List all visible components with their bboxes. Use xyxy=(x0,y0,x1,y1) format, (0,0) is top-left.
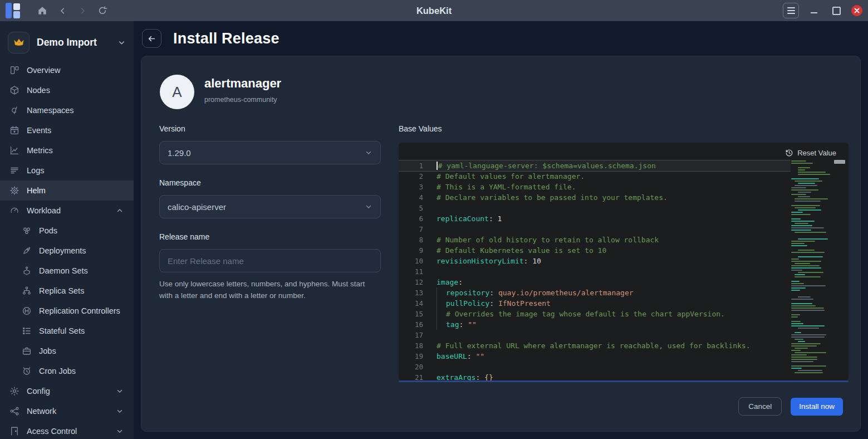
config-icon xyxy=(9,386,19,397)
sidebar-item-logs[interactable]: Logs xyxy=(0,160,134,181)
app-logo-icon xyxy=(6,3,21,18)
code-line: 12image: xyxy=(399,277,791,287)
editor-scrollbar[interactable] xyxy=(833,158,846,378)
sidebar-item-label: Events xyxy=(27,126,51,135)
sidebar-item-label: Pods xyxy=(39,226,57,235)
overview-icon xyxy=(9,65,19,76)
sidebar-item-overview[interactable]: Overview xyxy=(0,60,134,80)
back-button[interactable] xyxy=(142,29,161,48)
chevron-up-icon xyxy=(116,207,124,214)
cancel-button[interactable]: Cancel xyxy=(738,397,782,416)
code-line: 2# Default values for alertmanager. xyxy=(399,171,791,182)
workspace-name: Demo Import xyxy=(37,37,97,48)
install-form: Version 1.29.0 Namespace calico-apiserve… xyxy=(159,124,381,302)
namespace-select[interactable]: calico-apiserver xyxy=(159,195,381,218)
namespaces-icon xyxy=(9,105,19,116)
back-icon[interactable] xyxy=(55,3,70,18)
sidebar-item-nodes[interactable]: Nodes xyxy=(0,80,134,100)
sidebar-item-replication-controllers[interactable]: Replication Controllers xyxy=(0,301,134,321)
code-line: 20 xyxy=(399,362,791,372)
base-values-label: Base Values xyxy=(399,124,442,133)
sidebar-item-deployments[interactable]: Deployments xyxy=(0,241,134,261)
card-footer: Cancel Install now xyxy=(738,397,843,416)
code-line: 10revisionHistoryLimit: 10 xyxy=(399,256,791,266)
code-line: 13repository: quay.io/prometheus/alertma… xyxy=(399,287,791,298)
version-value: 1.29.0 xyxy=(168,148,191,158)
sidebar-item-events[interactable]: Events xyxy=(0,120,134,140)
jobs-icon xyxy=(21,346,32,357)
sidebar-item-workload[interactable]: Workload xyxy=(0,201,134,221)
nodes-icon xyxy=(9,85,19,96)
chevron-down-icon xyxy=(365,149,372,157)
cron-jobs-icon xyxy=(21,366,32,377)
code-area[interactable]: 1# yaml-language-server: $schema=values.… xyxy=(399,160,791,381)
crown-icon xyxy=(8,32,30,53)
code-line: 7 xyxy=(399,224,791,235)
metrics-icon xyxy=(9,145,19,156)
code-line: 14pullPolicy: IfNotPresent xyxy=(399,298,791,309)
sidebar-item-label: Logs xyxy=(27,166,44,175)
logs-icon xyxy=(9,165,19,176)
chart-avatar: A xyxy=(160,75,194,109)
sidebar-item-replica-sets[interactable]: Replica Sets xyxy=(0,281,134,301)
sidebar-item-label: Workload xyxy=(27,206,61,215)
code-line: 17 xyxy=(399,330,791,340)
sidebar-item-label: Overview xyxy=(27,66,60,75)
minimap[interactable] xyxy=(791,160,831,378)
forward-icon[interactable] xyxy=(75,3,90,18)
sidebar-item-stateful-sets[interactable]: Stateful Sets xyxy=(0,321,134,341)
menu-icon[interactable] xyxy=(783,3,799,18)
sidebar: Demo Import OverviewNodesNamespacesEvent… xyxy=(0,21,134,439)
workspace-switcher[interactable]: Demo Import xyxy=(8,29,126,56)
sidebar-item-acess-control[interactable]: Acess Control xyxy=(0,421,134,439)
sidebar-item-helm[interactable]: Helm xyxy=(0,181,134,201)
sidebar-item-namespaces[interactable]: Namespaces xyxy=(0,100,134,120)
chart-name: alertmanager xyxy=(204,76,281,91)
sidebar-item-cron-jobs[interactable]: Cron Jobs xyxy=(0,361,134,381)
chevron-down-icon xyxy=(116,407,124,415)
install-now-button[interactable]: Install now xyxy=(791,398,843,416)
code-line: 8# Number of old history to retain to al… xyxy=(399,235,791,245)
history-icon xyxy=(785,149,793,157)
maximize-button[interactable] xyxy=(829,3,844,18)
namespace-value: calico-apiserver xyxy=(168,202,226,212)
sidebar-item-network[interactable]: Network xyxy=(0,401,134,421)
sidebar-item-label: Replica Sets xyxy=(39,286,84,295)
stateful-sets-icon xyxy=(21,326,32,336)
replication-controllers-icon xyxy=(21,306,32,316)
version-select[interactable]: 1.29.0 xyxy=(159,141,381,164)
release-name-input[interactable] xyxy=(159,249,381,272)
chevron-down-icon xyxy=(117,38,126,47)
home-icon[interactable] xyxy=(35,3,50,18)
page-header: Install Release xyxy=(142,29,279,48)
sidebar-item-label: Stateful Sets xyxy=(39,326,85,335)
page-title: Install Release xyxy=(173,30,279,47)
sidebar-item-label: Nodes xyxy=(27,86,50,95)
sidebar-item-daemon-sets[interactable]: Daemon Sets xyxy=(0,261,134,281)
install-release-card: A alertmanager prometheus-community Vers… xyxy=(141,56,861,432)
workload-icon xyxy=(9,206,19,216)
daemon-sets-icon xyxy=(21,266,32,276)
code-line: 6replicaCount: 1 xyxy=(399,213,791,224)
reload-icon[interactable] xyxy=(95,3,110,18)
main-content: Install Release A alertmanager prometheu… xyxy=(134,21,868,439)
kubekit-window: { "titlebar": { "app_title": "KubeKit" }… xyxy=(0,0,868,439)
close-button[interactable] xyxy=(851,5,862,16)
sidebar-item-pods[interactable]: Pods xyxy=(0,221,134,241)
minimize-button[interactable] xyxy=(807,3,821,18)
network-icon xyxy=(9,406,19,417)
release-name-label: Release name xyxy=(159,232,381,242)
sidebar-item-label: Helm xyxy=(27,186,46,195)
code-line: 3# This is a YAML-formatted file. xyxy=(399,182,791,192)
chevron-down-icon xyxy=(116,427,124,435)
code-line: 9# Default Kubernetes value is set to 10 xyxy=(399,245,791,256)
sidebar-item-metrics[interactable]: Metrics xyxy=(0,140,134,160)
access-control-icon xyxy=(9,426,19,437)
sidebar-item-label: Config xyxy=(27,387,50,396)
reset-value-button[interactable]: Reset Value xyxy=(782,147,840,159)
chevron-down-icon xyxy=(116,387,124,395)
sidebar-item-config[interactable]: Config xyxy=(0,381,134,401)
yaml-editor[interactable]: Reset Value 1# yaml-language-server: $sc… xyxy=(399,143,849,381)
sidebar-item-jobs[interactable]: Jobs xyxy=(0,341,134,361)
editor-focus-line xyxy=(399,381,849,382)
